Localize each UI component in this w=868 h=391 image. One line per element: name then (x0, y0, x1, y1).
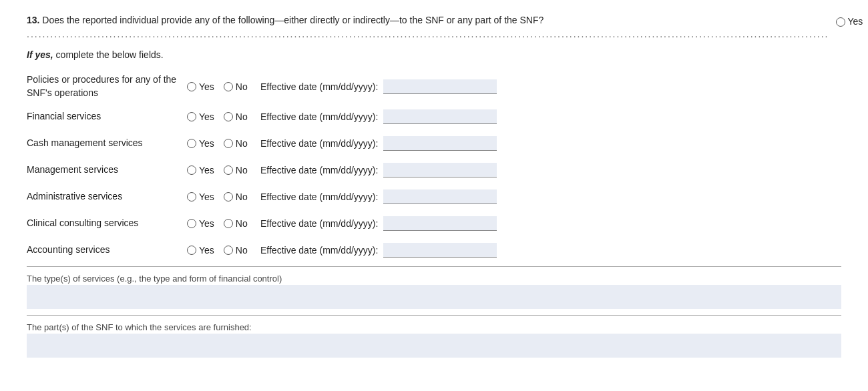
yes-label-0: Yes (199, 81, 214, 92)
yn-group-3: Yes No (187, 165, 260, 175)
service-label-3: Management services (27, 163, 187, 177)
date-input-0[interactable] (383, 79, 497, 94)
no-radio-4[interactable] (224, 192, 233, 202)
yes-option-4[interactable]: Yes (187, 191, 214, 202)
effective-date-label-1: Effective date (mm/dd/yyyy): (260, 111, 378, 122)
service-label-2: Cash management services (27, 137, 187, 150)
yes-option-2[interactable]: Yes (187, 138, 214, 149)
service-label-6: Accounting services (27, 244, 187, 257)
no-option-1[interactable]: No (224, 111, 248, 122)
service-row-4: Administrative services Yes No Effective… (27, 183, 841, 210)
no-radio-2[interactable] (224, 139, 233, 148)
yes-label-2: Yes (199, 138, 214, 149)
no-option-2[interactable]: No (224, 138, 248, 149)
divider-2 (27, 315, 841, 316)
no-label-5: No (236, 218, 248, 229)
effective-date-label-5: Effective date (mm/dd/yyyy): (260, 218, 378, 229)
date-input-5[interactable] (383, 216, 497, 231)
effective-date-label-3: Effective date (mm/dd/yyyy): (260, 165, 378, 175)
service-label-1: Financial services (27, 110, 187, 123)
service-row-5: Clinical consulting services Yes No Effe… (27, 210, 841, 237)
services-type-input[interactable] (27, 285, 841, 309)
date-input-2[interactable] (383, 136, 497, 151)
date-input-4[interactable] (383, 189, 497, 204)
yes-option-6[interactable]: Yes (187, 245, 214, 256)
effective-date-group-4: Effective date (mm/dd/yyyy): (260, 189, 841, 204)
dots: ........................................… (27, 29, 829, 39)
date-input-1[interactable] (383, 109, 497, 124)
no-option-0[interactable]: No (224, 81, 248, 92)
yes-label-4: Yes (199, 191, 214, 202)
services-type-section: The type(s) of services (e.g., the type … (27, 271, 841, 311)
yes-label-6: Yes (199, 245, 214, 256)
no-radio-0[interactable] (224, 82, 233, 91)
effective-date-label-0: Effective date (mm/dd/yyyy): (260, 81, 378, 92)
yn-group-6: Yes No (187, 245, 260, 256)
yes-label-3: Yes (199, 165, 214, 175)
service-label-5: Clinical consulting services (27, 217, 187, 230)
no-label-1: No (236, 111, 248, 122)
effective-date-label-2: Effective date (mm/dd/yyyy): (260, 138, 378, 149)
yn-group-1: Yes No (187, 111, 260, 122)
question-text: 13. Does the reported individual provide… (27, 13, 836, 41)
no-option-6[interactable]: No (224, 245, 248, 256)
question-body: Does the reported individual provide any… (42, 15, 544, 25)
no-option-4[interactable]: No (224, 191, 248, 202)
yes-radio-3[interactable] (187, 165, 196, 175)
effective-date-group-0: Effective date (mm/dd/yyyy): (260, 79, 841, 94)
service-row-3: Management services Yes No Effective dat… (27, 157, 841, 183)
effective-date-label-6: Effective date (mm/dd/yyyy): (260, 245, 378, 256)
yn-group-2: Yes No (187, 138, 260, 149)
yes-option-1[interactable]: Yes (187, 111, 214, 122)
service-row-1: Financial services Yes No Effective date… (27, 103, 841, 130)
effective-date-label-4: Effective date (mm/dd/yyyy): (260, 191, 378, 202)
yes-radio-5[interactable] (187, 219, 196, 228)
no-label-0: No (236, 81, 248, 92)
services-list: Policies or procedures for any of the SN… (27, 69, 841, 264)
snf-part-input[interactable] (27, 334, 841, 358)
date-input-6[interactable] (383, 243, 497, 258)
no-option-3[interactable]: No (224, 165, 248, 175)
effective-date-group-6: Effective date (mm/dd/yyyy): (260, 243, 841, 258)
main-yes-option[interactable]: Yes (836, 15, 863, 29)
question-header: 13. Does the reported individual provide… (27, 13, 841, 41)
yes-radio-2[interactable] (187, 139, 196, 148)
service-row-2: Cash management services Yes No Effectiv… (27, 130, 841, 157)
service-label-4: Administrative services (27, 190, 187, 204)
yes-option-5[interactable]: Yes (187, 218, 214, 229)
no-label-3: No (236, 165, 248, 175)
no-radio-3[interactable] (224, 165, 233, 175)
yes-label-5: Yes (199, 218, 214, 229)
effective-date-group-5: Effective date (mm/dd/yyyy): (260, 216, 841, 231)
if-yes-label: If yes, (27, 49, 53, 60)
no-radio-1[interactable] (224, 112, 233, 121)
if-yes-instruction: If yes, complete the below fields. (27, 49, 841, 60)
no-label-4: No (236, 191, 248, 202)
no-option-5[interactable]: No (224, 218, 248, 229)
date-input-3[interactable] (383, 163, 497, 177)
no-label-6: No (236, 245, 248, 256)
yn-group-0: Yes No (187, 81, 260, 92)
no-label-2: No (236, 138, 248, 149)
yes-option-0[interactable]: Yes (187, 81, 214, 92)
effective-date-group-3: Effective date (mm/dd/yyyy): (260, 163, 841, 177)
yes-radio-6[interactable] (187, 246, 196, 255)
yes-radio-0[interactable] (187, 82, 196, 91)
main-yes-no: Yes No (836, 15, 869, 29)
yes-option-3[interactable]: Yes (187, 165, 214, 175)
yes-radio-1[interactable] (187, 112, 196, 121)
yes-radio-4[interactable] (187, 192, 196, 202)
service-row-0: Policies or procedures for any of the SN… (27, 69, 841, 103)
no-radio-5[interactable] (224, 219, 233, 228)
effective-date-group-1: Effective date (mm/dd/yyyy): (260, 109, 841, 124)
if-yes-suffix: complete the below fields. (53, 49, 164, 60)
main-yes-radio[interactable] (836, 17, 845, 27)
snf-part-section: The part(s) of the SNF to which the serv… (27, 320, 841, 360)
no-radio-6[interactable] (224, 246, 233, 255)
main-yes-label: Yes (848, 15, 863, 29)
effective-date-group-2: Effective date (mm/dd/yyyy): (260, 136, 841, 151)
question-number: 13. (27, 15, 39, 25)
yn-group-5: Yes No (187, 218, 260, 229)
yn-group-4: Yes No (187, 191, 260, 202)
yes-label-1: Yes (199, 111, 214, 122)
